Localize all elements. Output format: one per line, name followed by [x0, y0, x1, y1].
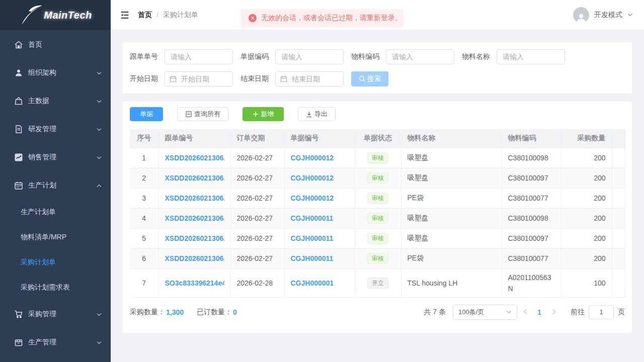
filter-order-no: 跟单单号 — [130, 49, 240, 64]
table-header-row: 序号 跟单编号 订单交期 单据编号 单据状态 物料名称 物料编码 采购数量 — [130, 129, 625, 148]
next-page-button[interactable] — [546, 308, 561, 316]
col-status: 单据状态 — [355, 129, 401, 148]
page-size-value: 100条/页 — [458, 308, 484, 317]
sidebar-item-purchase-management[interactable]: 采购管理 — [0, 300, 111, 328]
ordered-qty-label: 已订数量： — [197, 308, 232, 317]
filter-label: 单据编码 — [240, 52, 269, 61]
order-no-link[interactable]: SO3c833396214e40 — [165, 279, 224, 287]
col-qty: 采购数量 — [561, 129, 612, 148]
cell-material-name: 吸塑盘 — [401, 168, 502, 188]
add-button[interactable]: 新增 — [243, 107, 284, 121]
breadcrumb-home[interactable]: 首页 — [138, 11, 152, 20]
brand-logo: MainTech — [0, 0, 111, 30]
query-all-button[interactable]: 查询所有 — [177, 107, 228, 121]
doc-no-link[interactable]: CGJH000012 — [291, 154, 349, 162]
order-no-input[interactable] — [165, 49, 233, 64]
cell-qty: 200 — [561, 248, 612, 268]
cell-material-name: 吸塑盘 — [401, 208, 502, 228]
status-badge: 审核 — [367, 253, 388, 264]
plus-icon — [253, 111, 259, 117]
doc-no-link[interactable]: CGJH000011 — [291, 254, 349, 262]
sidebar-subitem-bom-mrp[interactable]: 物料清单/MRP — [0, 225, 111, 250]
sidebar-item-label: 首页 — [28, 40, 42, 49]
download-icon — [306, 111, 312, 118]
calendar-icon — [170, 75, 177, 82]
cell-seq: 3 — [130, 188, 158, 208]
table-row[interactable]: 3 XSDD2026021306.. 2026-02-27 CGJH000012… — [130, 188, 625, 208]
goto-page-input[interactable] — [589, 305, 614, 319]
export-button[interactable]: 导出 — [298, 107, 336, 121]
cell-delivery-date: 2026-02-27 — [230, 168, 284, 188]
order-no-link[interactable]: XSDD2026021306.. — [165, 154, 224, 162]
chevron-down-icon — [506, 310, 512, 314]
doc-no-link[interactable]: CGJH000011 — [291, 234, 349, 242]
purchase-qty-value: 1,300 — [166, 308, 184, 316]
prev-page-button[interactable] — [517, 308, 532, 316]
topbar: 首页 / 采购计划单 ✕ 无效的会话，或者会话已过期，请重新登录。 开发模式 — [111, 0, 644, 30]
doc-no-link[interactable]: CGJH000001 — [291, 279, 349, 287]
chevron-down-icon — [97, 128, 102, 131]
col-extra — [612, 129, 625, 148]
status-badge: 审核 — [367, 152, 388, 163]
table-row[interactable]: 6 XSDD2026021306.. 2026-02-27 CGJH000011… — [130, 248, 625, 268]
breadcrumb-separator: / — [156, 11, 158, 19]
document-button[interactable]: 单据 — [130, 107, 163, 121]
sidebar-item-production-plan[interactable]: 生产计划 — [0, 171, 111, 200]
doc-no-input[interactable] — [275, 49, 344, 64]
order-no-link[interactable]: XSDD2026021306.. — [165, 194, 224, 202]
sidebar-item-organization[interactable]: 组织架构 — [0, 59, 111, 87]
sidebar-item-label: 生产计划 — [28, 181, 56, 190]
table-row[interactable]: 2 XSDD2026021306.. 2026-02-27 CGJH000012… — [130, 168, 625, 188]
total-count: 共 7 条 — [424, 308, 446, 317]
status-badge: 审核 — [367, 233, 388, 244]
sidebar-subitem-production-plan-order[interactable]: 生产计划单 — [0, 200, 111, 225]
chevron-down-icon — [97, 71, 102, 75]
doc-no-link[interactable]: CGJH000011 — [291, 214, 349, 222]
purchase-plan-panel: 单据 查询所有 新增 导出 序号 跟单 — [123, 102, 632, 333]
sidebar-item-rd-management[interactable]: 研发管理 — [0, 115, 111, 143]
cell-qty: 200 — [561, 168, 612, 188]
cell-material-name: PE袋 — [401, 188, 502, 208]
order-no-link[interactable]: XSDD2026021306.. — [165, 214, 224, 222]
table-row[interactable]: 1 XSDD2026021306.. 2026-02-27 CGJH000012… — [130, 148, 625, 168]
breadcrumb-current: 采购计划单 — [163, 11, 198, 20]
sidebar-item-label: 研发管理 — [28, 125, 56, 134]
sidebar-item-label: 采购管理 — [28, 310, 56, 319]
chevron-down-icon — [97, 341, 102, 344]
user-menu[interactable]: 开发模式 — [573, 7, 633, 23]
brand-name: MainTech — [44, 10, 92, 21]
cell-material-code: A0201100563N — [502, 268, 561, 297]
material-code-input[interactable] — [386, 49, 454, 64]
order-no-link[interactable]: XSDD2026021306.. — [165, 254, 224, 262]
search-button[interactable]: 搜索 — [351, 71, 388, 86]
cell-delivery-date: 2026-02-27 — [230, 208, 284, 228]
cell-qty: 200 — [561, 208, 612, 228]
doc-no-link[interactable]: CGJH000012 — [291, 174, 349, 182]
page-unit-label: 页 — [618, 308, 625, 317]
sidebar-item-label: 生产管理 — [28, 338, 56, 347]
table-row[interactable]: 7 SO3c833396214e40 2026-02-28 CGJH000001… — [130, 268, 625, 297]
filter-panel: 跟单单号 单据编码 物料编码 物料名称 开始日期 结束日期 — [123, 42, 632, 94]
table-row[interactable]: 4 XSDD2026021306.. 2026-02-27 CGJH000011… — [130, 208, 625, 228]
order-no-link[interactable]: XSDD2026021306.. — [165, 234, 224, 242]
sidebar-item-sales-management[interactable]: 销售管理 — [0, 143, 111, 171]
sidebar-item-master-data[interactable]: 主数据 — [0, 87, 111, 115]
sidebar-subitem-purchase-plan-demand[interactable]: 采购计划需求表 — [0, 275, 111, 300]
page-number-1[interactable]: 1 — [532, 308, 546, 316]
doc-no-link[interactable]: CGJH000012 — [291, 194, 349, 202]
material-name-input[interactable] — [497, 49, 565, 64]
sidebar-subitem-purchase-plan-order[interactable]: 采购计划单 — [0, 250, 111, 275]
filter-label: 开始日期 — [130, 74, 158, 83]
sidebar-subitem-label: 物料清单/MRP — [21, 233, 66, 242]
page-size-select[interactable]: 100条/页 — [453, 305, 517, 320]
table-row[interactable]: 5 XSDD2026021306.. 2026-02-27 CGJH000011… — [130, 228, 625, 248]
search-icon — [359, 75, 366, 82]
cell-delivery-date: 2026-02-27 — [230, 148, 284, 168]
sidebar-item-production-management[interactable]: 生产管理 — [0, 328, 111, 356]
sidebar-fold-icon[interactable] — [119, 10, 130, 21]
sidebar-item-label: 组织架构 — [28, 68, 56, 77]
chevron-down-icon — [627, 13, 633, 17]
order-no-link[interactable]: XSDD2026021306.. — [165, 174, 224, 182]
sidebar-item-home[interactable]: 首页 — [0, 31, 111, 59]
calendar-icon — [280, 75, 287, 82]
